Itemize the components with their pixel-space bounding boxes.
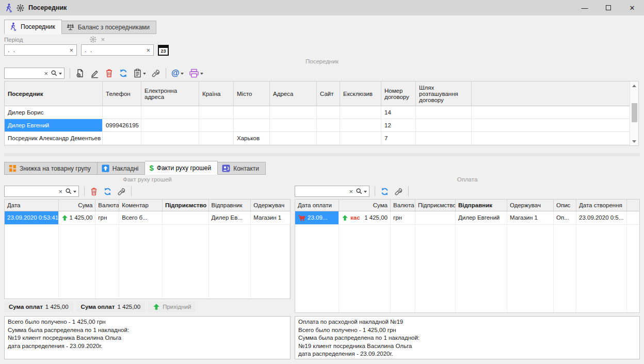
column-header[interactable]: Дата [5, 200, 59, 211]
column-header[interactable]: Дата оплати [295, 200, 339, 211]
column-header[interactable]: Одержувач [507, 200, 554, 211]
tab-label: Баланс з посередниками [78, 24, 150, 31]
column-header[interactable]: Адреса [270, 81, 317, 106]
tab-label: Посередник [21, 23, 55, 30]
period-label: Період [4, 37, 23, 43]
main-search-box[interactable]: × [4, 68, 65, 79]
payments-search-box[interactable]: × [295, 186, 369, 197]
column-header[interactable]: Опис [554, 200, 576, 211]
main-panel-caption: Посередник [0, 58, 644, 65]
scroll-up-icon[interactable] [630, 81, 639, 90]
period-gear-icon[interactable] [90, 36, 96, 43]
title-bar: Посередник — ✕ [0, 0, 644, 15]
contacts-icon [222, 164, 230, 172]
tab-discount-group[interactable]: Знижка на товарну групу [4, 162, 98, 175]
column-header[interactable]: Відправник [456, 200, 507, 211]
vertical-splitter[interactable] [291, 176, 295, 359]
search-clear-icon[interactable]: × [58, 188, 62, 195]
report-button[interactable] [133, 69, 146, 78]
search-input[interactable] [8, 188, 56, 195]
tab-poserednyk[interactable]: Посередник [4, 20, 62, 34]
period-header: Період × [0, 34, 644, 43]
search-icon[interactable] [356, 188, 367, 195]
minimize-button[interactable]: — [573, 0, 597, 15]
print-button[interactable] [189, 69, 203, 78]
column-header[interactable]: Країна [199, 81, 234, 106]
tab-label: Накладні [112, 165, 139, 172]
column-header[interactable]: Одержувач [251, 200, 290, 211]
income-arrow-icon [153, 303, 160, 310]
search-clear-icon[interactable]: × [44, 70, 48, 77]
date-from-clear-icon[interactable]: × [69, 46, 73, 54]
date-to-field[interactable]: . . × [81, 44, 154, 56]
column-header[interactable]: Ексклюзив [340, 81, 381, 106]
tab-label: Факти руху грошей [157, 164, 211, 172]
table-row-selected[interactable]: 23.09.2020 0:53:41 1 425,00 грн Всего б.… [5, 211, 290, 225]
column-header[interactable]: Посередник [5, 81, 103, 106]
table-row-selected[interactable]: 23.09... кас 1 425,00 грн Дилер Евгений … [295, 211, 639, 225]
column-header[interactable]: Підприємство [415, 200, 456, 211]
column-header[interactable]: Сайт [317, 81, 340, 106]
payment-panel-caption: Оплата [295, 176, 640, 184]
column-header[interactable]: Дата створення [576, 200, 627, 211]
table-row[interactable]: Дилер Борис 14 [5, 106, 638, 119]
dollar-icon: $ [149, 164, 153, 172]
search-icon[interactable] [65, 188, 76, 195]
tools-button[interactable] [151, 69, 160, 78]
app-person-icon [4, 3, 13, 12]
tab-money-facts[interactable]: $ Факти руху грошей [145, 161, 218, 175]
table-row-selected[interactable]: Дилер Евгений 0999426195 12 [5, 119, 638, 132]
search-input[interactable] [8, 70, 41, 77]
money-facts-table: Дата Сума Валюта Коментар Підприємство В… [4, 199, 291, 225]
column-header[interactable]: Номер договору [381, 81, 416, 106]
tab-balans[interactable]: Баланс з посередниками [62, 21, 156, 34]
delete-button[interactable] [105, 69, 114, 78]
up-arrow-box-icon [102, 164, 109, 172]
period-close-icon[interactable]: × [101, 36, 105, 43]
date-from-field[interactable]: . . × [4, 44, 77, 56]
edit-button[interactable] [90, 69, 100, 78]
money-search-box[interactable]: × [4, 186, 79, 197]
column-header[interactable]: Електронна адреса [141, 81, 199, 106]
tab-contacts[interactable]: Контакти [218, 162, 266, 175]
search-clear-icon[interactable]: × [349, 188, 353, 195]
column-header[interactable]: Сума [59, 200, 96, 211]
column-header[interactable]: Підприємство [163, 200, 209, 211]
tools-button[interactable] [117, 187, 126, 196]
gear-icon [17, 4, 24, 12]
at-icon: @ [171, 69, 180, 77]
maximize-button[interactable] [597, 0, 620, 15]
refresh-button[interactable] [119, 69, 128, 78]
period-inputs: . . × . . × 23 [0, 43, 644, 58]
top-tab-strip: Посередник Баланс з посередниками [0, 19, 644, 34]
delete-button[interactable] [90, 187, 98, 196]
tab-invoices[interactable]: Накладні [98, 162, 146, 175]
search-input[interactable] [298, 188, 346, 195]
scroll-down-icon[interactable] [630, 137, 639, 145]
empty-rows-area [4, 225, 291, 299]
column-header[interactable]: Місто [234, 81, 270, 106]
tools-button[interactable] [394, 187, 403, 196]
column-header[interactable]: Телефон [103, 81, 141, 106]
search-icon[interactable] [51, 70, 62, 77]
email-button[interactable]: @ [171, 69, 184, 77]
column-header[interactable]: Шлях розташування договору [416, 81, 472, 106]
payments-toolbar: × [295, 184, 640, 199]
add-record-button[interactable] [75, 69, 85, 78]
column-header[interactable]: Валюта [95, 200, 119, 211]
close-button[interactable]: ✕ [620, 0, 644, 15]
column-header[interactable]: Відправник [209, 200, 251, 211]
horizontal-splitter[interactable] [4, 153, 640, 156]
refresh-button[interactable] [380, 187, 389, 196]
date-to-clear-icon[interactable]: × [146, 46, 150, 54]
column-header[interactable]: Коментар [119, 200, 163, 211]
column-header[interactable]: Валюта [391, 200, 415, 211]
calendar-icon[interactable]: 23 [158, 45, 169, 56]
table-row[interactable]: Посредник Александр Дементьев Харьков 7 [5, 132, 638, 145]
vertical-scrollbar[interactable] [630, 81, 638, 145]
refresh-button[interactable] [103, 187, 112, 196]
scrollbar-thumb[interactable] [632, 103, 637, 122]
column-header[interactable]: Сума [339, 200, 391, 211]
income-arrow-icon [61, 214, 68, 221]
date-from-value: . . [8, 46, 69, 54]
